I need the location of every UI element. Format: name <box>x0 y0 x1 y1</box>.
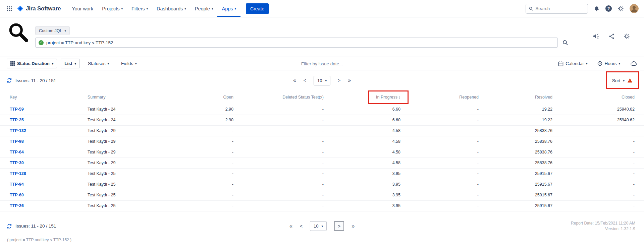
cell-deleted-status-test: - <box>233 147 324 158</box>
chevron-down-icon: ▾ <box>235 7 236 10</box>
app-logo-magnifier-icon <box>7 21 30 44</box>
column-header-open[interactable]: Open <box>173 90 233 104</box>
prev-page-button[interactable]: < <box>304 78 306 83</box>
statuses-dropdown[interactable]: Statuses ▾ <box>88 61 109 66</box>
refresh-button[interactable] <box>7 78 12 83</box>
issue-key-link[interactable]: TTP-132 <box>10 128 26 133</box>
last-page-button[interactable]: » <box>348 77 351 83</box>
issue-key-link[interactable]: TTP-30 <box>10 161 24 165</box>
jql-query-input[interactable]: ✓ project = TTP and key < TTP-152 <box>35 38 558 48</box>
create-button[interactable]: Create <box>246 3 269 14</box>
first-page-button[interactable]: « <box>293 77 296 83</box>
fields-dropdown[interactable]: Fields ▾ <box>121 61 137 66</box>
issue-key-link[interactable]: TTP-128 <box>10 171 26 176</box>
jql-mode-dropdown[interactable]: Custom JQL ▾ <box>35 26 70 35</box>
issue-key-link[interactable]: TTP-59 <box>10 107 24 112</box>
nav-dashboards[interactable]: Dashboards ▾ <box>152 0 191 17</box>
cell-issue-key: TTP-25 <box>0 115 88 125</box>
issues-count-label: Issues: 11 - 20 / 151 <box>15 224 56 229</box>
page-size-select[interactable]: 10 ▾ <box>314 76 330 85</box>
page-size-select[interactable]: 10 ▾ <box>310 221 327 231</box>
nav-your-work[interactable]: Your work <box>67 0 98 17</box>
table-row: TTP-25Test Kaydı - 242.90-6.60-19.222594… <box>0 115 644 125</box>
column-header-closed[interactable]: Closed <box>552 90 644 104</box>
table-row: TTP-64Test Kaydı - 29--4.58-25838.76- <box>0 147 644 158</box>
user-avatar[interactable] <box>630 4 639 13</box>
jira-logo[interactable]: Jira Software <box>15 5 64 12</box>
view-selector-label: List <box>64 61 72 66</box>
view-selector-button[interactable]: List ▾ <box>61 59 80 68</box>
cell-summary: Test Kaydı - 29 <box>88 125 173 136</box>
issue-date-filter-input[interactable] <box>272 61 372 66</box>
last-page-button[interactable]: » <box>352 223 355 229</box>
column-header-summary[interactable]: Summary <box>88 90 173 104</box>
cell-summary: Test Kaydı - 29 <box>88 136 173 147</box>
cell-open: - <box>173 125 233 136</box>
share-button[interactable] <box>608 33 615 40</box>
issue-key-link[interactable]: TTP-98 <box>10 139 24 144</box>
cell-in-progress: 3.95 <box>324 200 400 211</box>
jql-echo-text: ( project = TTP and key < TTP-152 ) <box>0 238 644 242</box>
cell-resolved: 25838.76 <box>479 158 552 168</box>
column-header-deleted-status-test[interactable]: Deleted Status Test(x) <box>233 90 324 104</box>
report-type-button[interactable]: Status Duration ▾ <box>7 59 57 68</box>
column-header-in-progress[interactable]: In Progress↓ <box>324 90 400 104</box>
notifications-bell-icon[interactable] <box>594 6 600 12</box>
issue-key-link[interactable]: TTP-94 <box>10 182 24 187</box>
app-switcher-icon[interactable] <box>3 0 15 17</box>
cell-reopened: - <box>400 104 479 115</box>
cell-open: - <box>173 147 233 158</box>
column-header-reopened[interactable]: Reopened <box>400 90 479 104</box>
nav-projects[interactable]: Projects ▾ <box>98 0 127 17</box>
report-settings-button[interactable] <box>624 33 630 40</box>
calendar-label: Calendar <box>566 61 584 66</box>
export-cloud-button[interactable] <box>630 61 637 66</box>
issue-key-link[interactable]: TTP-25 <box>10 118 24 122</box>
chevron-down-icon: ▾ <box>108 62 109 65</box>
jql-search-button[interactable] <box>562 40 568 46</box>
next-page-button[interactable]: > <box>334 221 344 231</box>
cell-summary: Test Kaydı - 29 <box>88 158 173 168</box>
prev-page-button[interactable]: < <box>300 224 303 229</box>
cell-in-progress: 4.58 <box>324 158 400 168</box>
refresh-button-bottom[interactable] <box>7 224 12 229</box>
time-unit-label: Hours <box>604 61 616 66</box>
column-header-key[interactable]: Key <box>0 90 88 104</box>
nav-apps[interactable]: Apps ▾ <box>217 0 240 17</box>
chevron-down-icon: ▾ <box>121 7 123 10</box>
settings-gear-icon[interactable] <box>618 5 624 12</box>
table-row: TTP-30Test Kaydı - 29--4.58-25838.76- <box>0 158 644 168</box>
cell-resolved: 25915.67 <box>479 190 552 200</box>
cell-deleted-status-test: - <box>233 190 324 200</box>
page-size-value: 10 <box>314 224 318 229</box>
next-page-button[interactable]: > <box>338 78 340 83</box>
issue-key-link[interactable]: TTP-26 <box>10 203 24 208</box>
issue-key-link[interactable]: TTP-60 <box>10 193 24 197</box>
page-size-value: 10 <box>317 78 322 83</box>
cell-issue-key: TTP-64 <box>0 147 88 158</box>
warning-triangle-icon <box>627 78 633 83</box>
chevron-down-icon: ▾ <box>184 7 186 10</box>
nav-filters[interactable]: Filters ▾ <box>127 0 152 17</box>
help-icon[interactable]: ? <box>605 5 612 12</box>
grid-dots-icon <box>7 6 12 11</box>
time-unit-dropdown[interactable]: Hours ▾ <box>597 61 620 66</box>
cell-open: - <box>173 190 233 200</box>
clock-icon <box>597 61 602 66</box>
chevron-down-icon: ▾ <box>135 62 137 65</box>
cell-deleted-status-test: - <box>233 158 324 168</box>
global-search-input[interactable] <box>535 6 585 11</box>
calendar-dropdown[interactable]: Calendar ▾ <box>558 61 587 66</box>
announcement-button[interactable] <box>592 33 600 40</box>
cell-open: - <box>173 158 233 168</box>
nav-people[interactable]: People ▾ <box>191 0 218 17</box>
cell-summary: Test Kaydı - 25 <box>88 179 173 190</box>
chevron-down-icon: ▾ <box>147 7 148 10</box>
column-header-resolved[interactable]: Resolved <box>479 90 552 104</box>
first-page-button[interactable]: « <box>289 223 292 229</box>
issue-key-link[interactable]: TTP-64 <box>10 150 24 154</box>
global-search[interactable] <box>526 4 588 14</box>
report-meta: Report Date: 15/Feb/2021 11:20 AM Versio… <box>571 220 637 232</box>
sort-dropdown[interactable]: Sort ▾ <box>612 78 633 83</box>
chevron-down-icon: ▾ <box>619 62 620 65</box>
